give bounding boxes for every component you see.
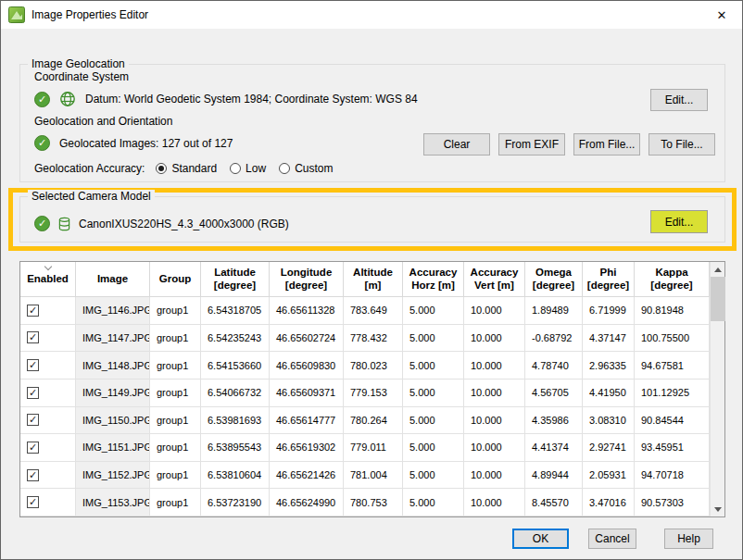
altitude-cell[interactable]: 779.153 <box>344 380 403 407</box>
from-exif-button[interactable]: From EXIF <box>498 133 565 156</box>
kappa-cell[interactable]: 90.81948 <box>635 297 710 325</box>
column-header-group[interactable]: Group <box>150 262 201 297</box>
phi-cell[interactable]: 4.37147 <box>583 325 635 353</box>
camera-model-edit-button[interactable]: Edit... <box>650 210 708 233</box>
accuracy-option-low[interactable]: Low <box>230 162 266 175</box>
group-cell[interactable]: group1 <box>150 407 201 435</box>
accuracy-option-standard[interactable]: Standard <box>156 162 217 175</box>
altitude-cell[interactable]: 779.011 <box>344 434 403 462</box>
kappa-cell[interactable]: 101.12925 <box>635 380 710 407</box>
kappa-cell[interactable]: 94.67581 <box>635 352 710 380</box>
omega-cell[interactable]: 4.78740 <box>525 352 583 380</box>
ok-button[interactable]: OK <box>512 529 569 549</box>
accuracy-horz-cell[interactable]: 5.000 <box>403 380 464 407</box>
latitude-cell[interactable]: 6.54235243 <box>201 325 270 353</box>
enabled-checkbox[interactable]: ✓ <box>27 387 39 399</box>
altitude-cell[interactable]: 778.432 <box>344 325 403 353</box>
longitude-cell[interactable]: 46.65609371 <box>270 380 344 407</box>
group-cell[interactable]: group1 <box>150 325 201 353</box>
altitude-cell[interactable]: 780.264 <box>344 407 403 435</box>
omega-cell[interactable]: 4.41374 <box>525 434 583 462</box>
column-header-longitude[interactable]: Longitude [degree] <box>270 262 344 297</box>
column-header-enabled[interactable]: Enabled <box>20 262 76 297</box>
accuracy-option-custom[interactable]: Custom <box>279 162 333 175</box>
column-header-latitude[interactable]: Latitude [degree] <box>201 262 270 297</box>
accuracy-horz-cell[interactable]: 5.000 <box>403 352 464 380</box>
latitude-cell[interactable]: 6.54318705 <box>201 297 270 325</box>
accuracy-vert-cell[interactable]: 10.000 <box>464 489 525 516</box>
column-header-accuracy-vert[interactable]: Accuracy Vert [m] <box>464 262 525 297</box>
kappa-cell[interactable]: 90.57303 <box>635 489 710 516</box>
image-cell[interactable]: IMG_1153.JPG <box>76 489 150 516</box>
enabled-checkbox[interactable]: ✓ <box>27 305 39 317</box>
image-cell[interactable]: IMG_1146.JPG <box>76 297 150 325</box>
accuracy-horz-cell[interactable]: 5.000 <box>403 297 464 325</box>
latitude-cell[interactable]: 6.53895543 <box>201 434 270 462</box>
longitude-cell[interactable]: 46.65609830 <box>270 352 344 380</box>
accuracy-horz-cell[interactable]: 5.000 <box>403 325 464 353</box>
help-button[interactable]: Help <box>664 529 713 549</box>
enabled-checkbox[interactable]: ✓ <box>27 496 39 508</box>
group-cell[interactable]: group1 <box>150 462 201 490</box>
image-cell[interactable]: IMG_1151.JPG <box>76 434 150 462</box>
kappa-cell[interactable]: 94.70718 <box>635 462 710 490</box>
accuracy-vert-cell[interactable]: 10.000 <box>464 434 525 462</box>
image-cell[interactable]: IMG_1152.JPG <box>76 462 150 490</box>
close-icon[interactable]: ✕ <box>701 1 742 29</box>
image-cell[interactable]: IMG_1148.JPG <box>76 352 150 380</box>
longitude-cell[interactable]: 46.65621426 <box>270 462 344 490</box>
longitude-cell[interactable]: 46.65619302 <box>270 434 344 462</box>
scrollbar-thumb[interactable] <box>711 277 725 321</box>
phi-cell[interactable]: 2.05931 <box>583 462 635 490</box>
omega-cell[interactable]: -0.68792 <box>525 325 583 353</box>
cancel-button[interactable]: Cancel <box>588 529 636 549</box>
latitude-cell[interactable]: 6.54153660 <box>201 352 270 380</box>
from-file-button[interactable]: From File... <box>573 133 640 156</box>
omega-cell[interactable]: 4.89944 <box>525 462 583 490</box>
group-cell[interactable]: group1 <box>150 489 201 516</box>
column-header-omega[interactable]: Omega [degree] <box>525 262 583 297</box>
enabled-checkbox[interactable]: ✓ <box>27 331 39 343</box>
column-header-accuracy-horz[interactable]: Accuracy Horz [m] <box>403 262 464 297</box>
clear-button[interactable]: Clear <box>423 133 490 156</box>
enabled-checkbox[interactable]: ✓ <box>27 414 39 426</box>
group-cell[interactable]: group1 <box>150 297 201 325</box>
scroll-down-icon[interactable] <box>711 502 725 516</box>
altitude-cell[interactable]: 781.004 <box>344 462 403 490</box>
group-cell[interactable]: group1 <box>150 380 201 407</box>
group-cell[interactable]: group1 <box>150 434 201 462</box>
accuracy-vert-cell[interactable]: 10.000 <box>464 325 525 353</box>
longitude-cell[interactable]: 46.65611328 <box>270 297 344 325</box>
kappa-cell[interactable]: 90.84544 <box>635 407 710 435</box>
accuracy-vert-cell[interactable]: 10.000 <box>464 462 525 490</box>
latitude-cell[interactable]: 6.54066732 <box>201 380 270 407</box>
longitude-cell[interactable]: 46.65624990 <box>270 489 344 516</box>
phi-cell[interactable]: 3.47016 <box>583 489 635 516</box>
enabled-checkbox[interactable]: ✓ <box>27 442 39 454</box>
longitude-cell[interactable]: 46.65614777 <box>270 407 344 435</box>
to-file-button[interactable]: To File... <box>649 133 715 156</box>
enabled-checkbox[interactable]: ✓ <box>27 469 39 481</box>
accuracy-vert-cell[interactable]: 10.000 <box>464 407 525 435</box>
column-header-image[interactable]: Image <box>76 262 150 297</box>
enabled-checkbox[interactable]: ✓ <box>27 359 39 371</box>
omega-cell[interactable]: 1.89489 <box>525 297 583 325</box>
column-header-altitude[interactable]: Altitude [m] <box>344 262 403 297</box>
phi-cell[interactable]: 4.41950 <box>583 380 635 407</box>
coordinate-system-edit-button[interactable]: Edit... <box>650 89 708 111</box>
accuracy-vert-cell[interactable]: 10.000 <box>464 380 525 407</box>
omega-cell[interactable]: 4.56705 <box>525 380 583 407</box>
omega-cell[interactable]: 4.35986 <box>525 407 583 435</box>
column-header-kappa[interactable]: Kappa [degree] <box>635 262 710 297</box>
longitude-cell[interactable]: 46.65602724 <box>270 325 344 353</box>
latitude-cell[interactable]: 6.53723190 <box>201 489 270 516</box>
phi-cell[interactable]: 6.71999 <box>583 297 635 325</box>
kappa-cell[interactable]: 93.45951 <box>635 434 710 462</box>
accuracy-horz-cell[interactable]: 5.000 <box>403 462 464 490</box>
phi-cell[interactable]: 2.96335 <box>583 352 635 380</box>
accuracy-vert-cell[interactable]: 10.000 <box>464 297 525 325</box>
accuracy-horz-cell[interactable]: 5.000 <box>403 407 464 435</box>
image-cell[interactable]: IMG_1149.JPG <box>76 380 150 407</box>
column-header-phi[interactable]: Phi [degree] <box>583 262 635 297</box>
omega-cell[interactable]: 8.45570 <box>525 489 583 516</box>
